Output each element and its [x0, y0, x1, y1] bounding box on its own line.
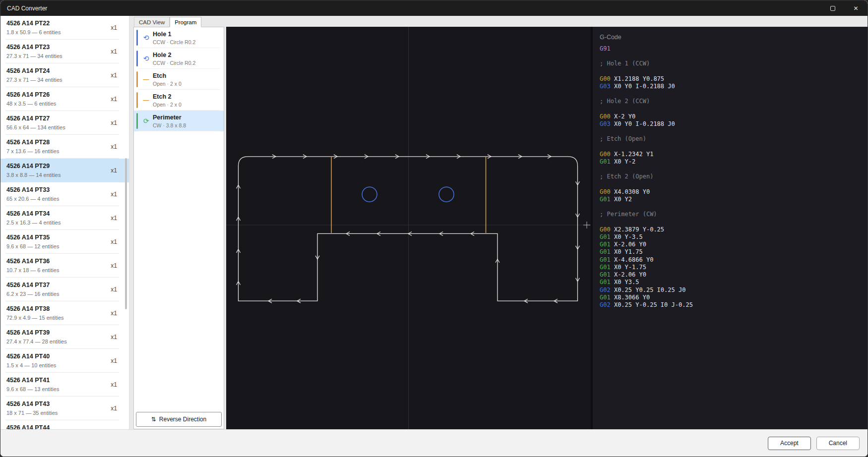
part-list-item[interactable]: 4526 A14 PT401.5 x 4 — 10 entitiesx1: [0, 349, 129, 373]
parts-scrollbar-thumb[interactable]: [125, 158, 127, 309]
gcode-line: G01 X0 Y2: [600, 196, 868, 203]
part-quantity: x1: [111, 357, 117, 364]
part-list-item[interactable]: 4526 A14 PT342.5 x 16.3 — 4 entitiesx1: [0, 206, 129, 230]
part-quantity: x1: [111, 262, 117, 269]
part-name: 4526 A14 PT34: [6, 210, 107, 218]
gcode-line: [600, 203, 868, 211]
part-quantity: x1: [111, 405, 117, 412]
part-name: 4526 A14 PT38: [6, 305, 107, 313]
tab-program[interactable]: Program: [170, 17, 201, 27]
tab-cad-view[interactable]: CAD View: [134, 17, 170, 27]
part-list-item[interactable]: 4526 A14 PT3872.9 x 4.9 — 15 entitiesx1: [0, 301, 129, 325]
maximize-button[interactable]: [821, 0, 844, 16]
operation-item-hole-2[interactable]: ⟲Hole 2CCW · Circle R0.2: [134, 48, 224, 69]
gcode-line: G00 X-2 Y0: [600, 113, 868, 120]
operation-name: Hole 1: [153, 31, 195, 38]
close-button[interactable]: ✕: [844, 0, 868, 16]
part-list-item[interactable]: 4526 A14 PT376.2 x 23 — 16 entitiesx1: [0, 278, 129, 301]
part-meta: 6.2 x 23 — 16 entities: [6, 291, 107, 297]
operation-item-hole-1[interactable]: ⟲Hole 1CCW · Circle R0.2: [134, 27, 224, 48]
part-meta: 1.8 x 50.9 — 6 entities: [6, 29, 107, 35]
part-list-item[interactable]: 4526 A14 PT2756.6 x 64 — 134 entitiesx1: [0, 111, 129, 135]
gcode-line: G00 X4.0308 Y0: [600, 188, 868, 196]
gcode-line: [600, 166, 868, 173]
part-list-item[interactable]: 4526 A14 PT293.8 x 8.8 — 14 entitiesx1: [0, 159, 129, 182]
reverse-direction-label: Reverse Direction: [159, 416, 206, 423]
gcode-line: G01 X-2.06 Y0: [600, 241, 868, 248]
part-name: 4526 A14 PT43: [6, 400, 107, 408]
part-list-item[interactable]: 4526 A14 PT287 x 13.6 — 16 entitiesx1: [0, 135, 129, 159]
origin-marker: [583, 222, 590, 228]
part-list-item[interactable]: 4526 A14 PT3927.4 x 77.4 — 28 entitiesx1: [0, 325, 129, 349]
gcode-line: ; Etch 2 (Open): [600, 173, 868, 180]
gcode-line: ; Etch (Open): [600, 135, 868, 143]
operation-meta: CW · 3.8 x 8.8: [153, 122, 186, 128]
part-list-item[interactable]: 4526 A14 PT4318 x 71 — 35 entitiesx1: [0, 397, 129, 420]
cad-canvas[interactable]: [226, 27, 591, 429]
part-meta: 9.6 x 68 — 12 entities: [6, 243, 107, 249]
operation-name: Perimeter: [153, 114, 186, 121]
part-list-item[interactable]: 4526 A14 PT2427.3 x 71 — 34 entitiesx1: [0, 63, 129, 87]
part-name: 4526 A14 PT27: [6, 114, 107, 122]
maximize-icon: [830, 6, 835, 11]
reverse-direction-button[interactable]: ⇅ Reverse Direction: [136, 412, 222, 427]
part-quantity: x1: [111, 215, 117, 222]
gcode-line: G03 X0 Y0 I-0.2188 J0: [600, 83, 868, 90]
operation-name: Hole 2: [153, 52, 195, 59]
bottom-bar: Accept Cancel: [0, 429, 868, 457]
operation-name: Etch: [153, 72, 182, 80]
gcode-header: G-Code: [593, 27, 868, 41]
part-meta: 3.8 x 8.8 — 14 entities: [6, 172, 107, 178]
gcode-line: [600, 143, 868, 151]
operation-item-etch-2[interactable]: —Etch 2Open · 2 x 0: [134, 90, 224, 111]
gcode-line: G01 X-4.6866 Y0: [600, 256, 868, 264]
part-meta: 27.4 x 77.4 — 28 entities: [6, 339, 107, 344]
gcode-line: [600, 90, 868, 98]
accept-button[interactable]: Accept: [768, 437, 811, 450]
operation-meta: CCW · Circle R0.2: [153, 39, 195, 45]
part-list-item[interactable]: 4526 A14 PT3610.7 x 18 — 6 entitiesx1: [0, 254, 129, 278]
gcode-line: G01 X8.3066 Y0: [600, 294, 868, 301]
window-title: CAD Converter: [0, 5, 47, 12]
gcode-listing: G91 ; Hole 1 (CCW) G00 X1.2188 Y0.875G03…: [593, 45, 868, 309]
operation-item-perimeter[interactable]: ⟳PerimeterCW · 3.8 x 8.8: [134, 111, 224, 131]
part-quantity: x1: [111, 143, 117, 150]
part-name: 4526 A14 PT41: [6, 376, 107, 384]
operation-color-bar: [136, 51, 138, 66]
gcode-line: G01 X0 Y3.5: [600, 279, 868, 286]
gcode-panel: G-Code G91 ; Hole 1 (CCW) G00 X1.2188 Y0…: [593, 27, 868, 429]
part-meta: 72.9 x 4.9 — 15 entities: [6, 315, 107, 321]
gcode-line: [600, 128, 868, 135]
part-list-item[interactable]: 4526 A14 PT419.6 x 68 — 13 entitiesx1: [0, 373, 129, 397]
part-list-item[interactable]: 4526 A14 PT3365 x 20.6 — 4 entitiesx1: [0, 182, 129, 206]
close-icon: ✕: [853, 5, 858, 12]
part-list-item[interactable]: 4526 A14 PT359.6 x 68 — 12 entitiesx1: [0, 230, 129, 254]
part-list-item[interactable]: 4526 A14 PT2327.3 x 71 — 34 entitiesx1: [0, 40, 129, 63]
part-meta: 9.6 x 68 — 13 entities: [6, 386, 107, 392]
program-area: CAD View Program ⟲Hole 1CCW · Circle R0.…: [133, 17, 224, 429]
part-list-item[interactable]: 4526 A14 PT44x1: [0, 420, 129, 429]
part-list-item[interactable]: 4526 A14 PT221.8 x 50.9 — 6 entitiesx1: [0, 16, 129, 40]
hole-circle-2: [439, 187, 454, 202]
gcode-line: G02 X0.25 Y-0.25 I0 J-0.25: [600, 301, 868, 309]
direction-arrows: [237, 155, 580, 303]
operation-item-etch[interactable]: —EtchOpen · 2 x 0: [134, 69, 224, 90]
part-quantity: x1: [111, 167, 117, 174]
reverse-direction-icon: ⇅: [151, 416, 156, 423]
parts-list-panel: 4526 A14 PT221.8 x 50.9 — 6 entitiesx145…: [0, 16, 129, 429]
part-quantity: x1: [111, 96, 117, 103]
part-meta: 10.7 x 18 — 6 entities: [6, 267, 107, 273]
gcode-line: G00 X2.3879 Y-0.25: [600, 226, 868, 233]
operation-color-bar: [136, 71, 138, 87]
gcode-line: ; Hole 2 (CCW): [600, 98, 868, 105]
gcode-line: G01 X0 Y-2: [600, 158, 868, 166]
gcode-line: [600, 181, 868, 188]
cancel-button[interactable]: Cancel: [816, 437, 860, 450]
cad-drawing: [226, 27, 591, 429]
part-name: 4526 A14 PT37: [6, 281, 107, 289]
gcode-line: G01 X0 Y-1.75: [600, 264, 868, 271]
gcode-line: ; Hole 1 (CCW): [600, 60, 868, 67]
ccw-arrow-icon: ⟲: [142, 55, 150, 62]
gcode-line: G01 X0 Y-3.5: [600, 233, 868, 241]
part-list-item[interactable]: 4526 A14 PT2648 x 3.5 — 6 entitiesx1: [0, 87, 129, 111]
